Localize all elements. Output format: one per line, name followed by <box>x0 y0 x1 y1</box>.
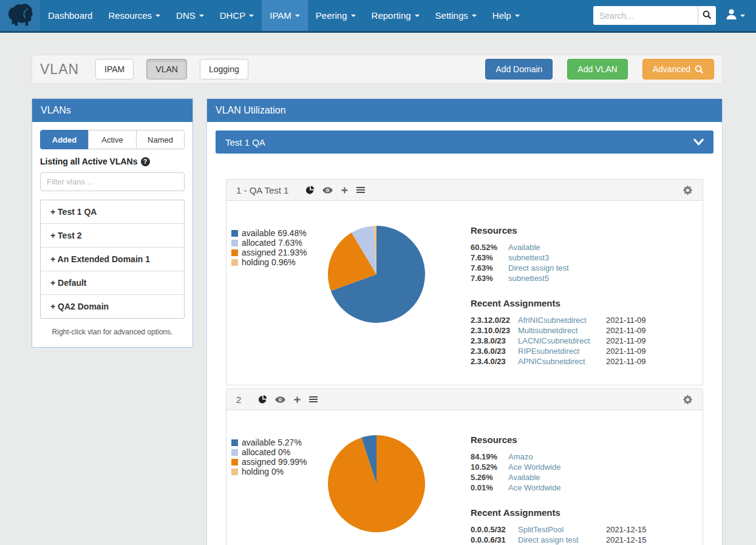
gear-icon[interactable] <box>683 394 693 405</box>
resource-link[interactable]: Amazo <box>508 452 690 462</box>
utilization-panel-title: VLAN Utilization <box>207 99 722 122</box>
nav-item-dns[interactable]: DNS <box>168 0 212 31</box>
expand-icon: + <box>50 302 58 311</box>
chart-zone: available 69.48%allocated 7.63%assigned … <box>231 225 466 367</box>
legend-swatch <box>231 230 238 237</box>
vlan-list-item[interactable]: + Test 1 QA <box>41 200 184 224</box>
menu-icon[interactable] <box>309 396 318 403</box>
assignments-rows: 2.3.12.0/22 AfriNICsubnetdirect 2021-11-… <box>471 315 690 367</box>
vlan-list-item[interactable]: + Test 2 <box>41 224 184 248</box>
global-search <box>593 6 716 25</box>
vlan-filter-tabs: AddedActiveNamed <box>40 130 185 149</box>
resource-link[interactable]: subnettest5 <box>508 273 690 283</box>
vlan-filter-input[interactable] <box>40 172 185 191</box>
resource-row: 7.63% subnettest3 <box>471 252 690 263</box>
pie-chart-icon[interactable] <box>258 395 267 404</box>
search-input[interactable] <box>593 6 698 25</box>
assignment-cidr: 2.3.4.0/23 <box>471 356 518 367</box>
vlan-group-bar[interactable]: Test 1 QA <box>216 130 713 154</box>
assignment-resource-link[interactable]: AfriNICsubnetdirect <box>518 315 606 325</box>
user-menu[interactable] <box>726 8 745 22</box>
resource-link[interactable]: Ace Worldwide <box>508 462 690 472</box>
menu-icon[interactable] <box>356 186 365 194</box>
assignment-row: 0.0.0.6/31 Direct assign test 2021-12-15 <box>471 535 690 545</box>
legend-label: allocated 0% <box>242 447 290 457</box>
pie-legend: available 5.27%allocated 0%assigned 99.9… <box>231 435 327 545</box>
vlans-panel-body: AddedActiveNamed Listing all Active VLAN… <box>32 122 192 347</box>
resource-link[interactable]: Ace Worldwide <box>508 482 690 493</box>
legend-swatch <box>231 249 238 256</box>
nav-item-peering[interactable]: Peering <box>308 0 364 31</box>
resource-link[interactable]: Available <box>508 472 690 482</box>
plus-icon[interactable] <box>341 186 349 194</box>
resource-percent: 7.63% <box>471 273 508 283</box>
nav-item-ipam[interactable]: IPAM <box>262 0 308 31</box>
view-tab-vlan[interactable]: VLAN <box>146 59 187 80</box>
nav-item-resources[interactable]: Resources <box>100 0 168 31</box>
chevron-down-icon[interactable] <box>693 138 704 146</box>
caret-down-icon <box>415 15 420 17</box>
assignment-cidr: 2.3.12.0/22 <box>471 315 518 325</box>
section-toolbar <box>305 186 365 195</box>
assignment-resource-link[interactable]: SplitTestPool <box>518 524 606 535</box>
vlan-name: Default <box>58 278 86 288</box>
action-button-label: Advanced <box>653 64 690 74</box>
view-tab-ipam[interactable]: IPAM <box>95 59 134 80</box>
assignment-resource-link[interactable]: Multisubnetdirect <box>518 325 606 336</box>
expand-icon: + <box>50 207 58 217</box>
assignment-resource-link[interactable]: LACNICsubnetdirect <box>518 336 606 346</box>
nav-item-dashboard[interactable]: Dashboard <box>40 0 100 31</box>
vlan-group-title: Test 1 QA <box>225 137 265 147</box>
vlan-list-item[interactable]: + QA2 Domain <box>41 295 184 318</box>
page-title: VLAN <box>40 61 79 78</box>
navbar: Dashboard Resources DNS DHCP IPAM Peerin… <box>0 0 756 33</box>
assignment-resource-link[interactable]: APNICsubnetdirect <box>518 356 606 367</box>
assignment-resource-link[interactable]: RIPEsubnetdirect <box>518 346 606 356</box>
pie-chart-icon[interactable] <box>305 186 315 195</box>
nav-item-reporting[interactable]: Reporting <box>364 0 427 31</box>
view-tab-logging[interactable]: Logging <box>200 59 248 80</box>
utilization-section: 1 - QA Test 1 available 69.48%allocated … <box>226 179 703 385</box>
vlan-list-item[interactable]: + Default <box>41 271 184 295</box>
nav-item-help[interactable]: Help <box>485 0 528 31</box>
resources-heading: Resources <box>471 225 690 235</box>
search-button[interactable] <box>698 6 716 25</box>
search-icon <box>703 10 712 21</box>
nav-item-label: Dashboard <box>48 10 92 21</box>
assignments-heading: Recent Assignments <box>471 507 690 518</box>
assignment-resource-link[interactable]: Direct assign test <box>518 535 606 545</box>
assignment-cidr: 2.3.6.0/23 <box>471 346 518 356</box>
nav-item-dhcp[interactable]: DHCP <box>212 0 262 31</box>
help-icon[interactable]: ? <box>141 157 150 166</box>
info-zone: Resources 60.52% Available 7.63% subnett… <box>466 225 690 367</box>
eye-icon[interactable] <box>322 187 333 194</box>
nav-item-settings[interactable]: Settings <box>427 0 485 31</box>
add-vlan-button[interactable]: Add VLAN <box>567 59 627 80</box>
advanced-button[interactable]: Advanced <box>642 59 714 80</box>
section-body: available 5.27%allocated 0%assigned 99.9… <box>226 410 703 545</box>
legend-swatch <box>231 469 238 475</box>
resource-link[interactable]: Direct assign test <box>508 263 690 273</box>
nav-item-label: Reporting <box>372 10 411 21</box>
listing-label: Listing all Active VLANs ? <box>40 157 185 166</box>
vlan-tab-named[interactable]: Named <box>136 130 185 149</box>
resource-row: 84.19% Amazo <box>471 452 690 462</box>
resource-row: 5.26% Available <box>471 472 690 482</box>
assignment-date: 2021-11-09 <box>606 336 690 346</box>
vlan-list-item[interactable]: + An Extended Domain 1 <box>41 248 184 271</box>
logo[interactable] <box>0 0 40 31</box>
resource-link[interactable]: subnettest3 <box>508 252 690 263</box>
header-actions: Add Domain Add VLAN Advanced <box>485 59 714 80</box>
resource-percent: 10.52% <box>471 462 508 472</box>
resource-percent: 60.52% <box>471 242 508 252</box>
add-domain-button[interactable]: Add Domain <box>485 59 553 80</box>
vlan-tab-active[interactable]: Active <box>88 130 137 149</box>
plus-icon[interactable] <box>293 396 301 404</box>
caret-down-icon <box>472 15 477 17</box>
pie-chart <box>327 435 426 533</box>
gear-icon[interactable] <box>683 185 693 195</box>
eye-icon[interactable] <box>275 396 285 403</box>
vlan-tab-added[interactable]: Added <box>40 130 89 149</box>
nav-item-label: Resources <box>108 10 152 21</box>
resource-link[interactable]: Available <box>508 242 690 252</box>
